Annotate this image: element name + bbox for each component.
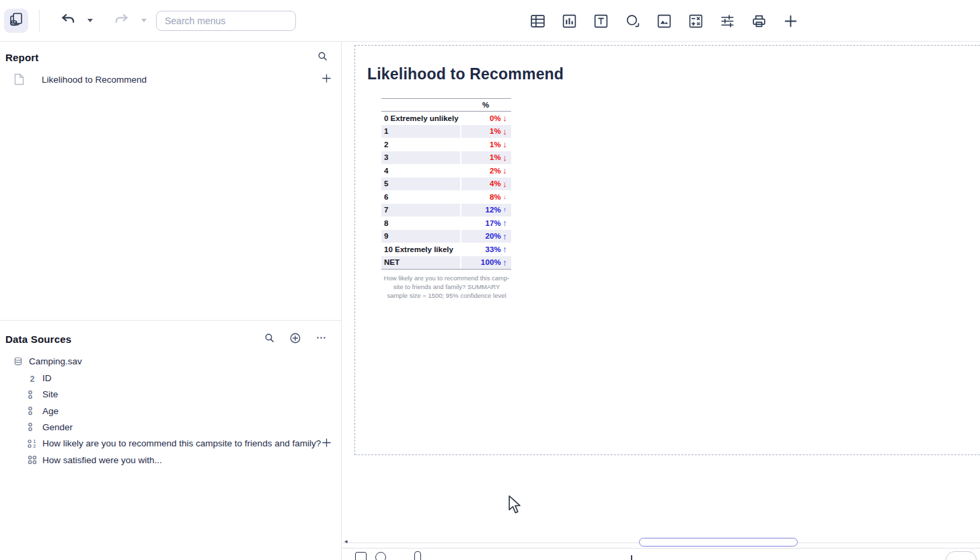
significance-up-arrow-icon: ↑	[501, 231, 508, 241]
add-page-button[interactable]	[319, 71, 334, 88]
shape-button[interactable]	[621, 10, 644, 32]
printer-button[interactable]	[748, 10, 770, 32]
significance-down-arrow-icon: ↓	[501, 139, 508, 149]
report-canvas[interactable]: Likelihood to Recommend % 0 Extremely un…	[342, 42, 980, 560]
table-row: 21%↓	[381, 138, 511, 151]
data-sources-search-button[interactable]	[261, 329, 278, 348]
significance-up-arrow-icon: ↑	[501, 218, 508, 228]
filter-button[interactable]	[716, 10, 739, 32]
page-icon	[14, 73, 24, 85]
variable-item[interactable]: Age	[0, 403, 342, 419]
significance-down-arrow-icon: ↓	[501, 165, 508, 175]
report-panel-header: Report	[0, 48, 342, 66]
redo-menu-button[interactable]	[139, 16, 149, 25]
row-label: 7	[381, 204, 460, 217]
significance-down-arrow-icon: ↓	[501, 126, 508, 136]
multi-variable-icon	[27, 454, 38, 465]
cell-value: 20%	[485, 232, 501, 240]
bottom-bar-pill-button[interactable]	[946, 551, 977, 560]
chart-button[interactable]	[558, 10, 580, 32]
variable-item[interactable]: Site	[0, 386, 342, 403]
bottom-bar-grid-icon[interactable]	[355, 552, 367, 560]
data-sources-panel-title: Data Sources	[5, 333, 71, 345]
svg-text:1: 1	[34, 439, 36, 444]
row-label: NET	[381, 256, 460, 270]
table-icon	[529, 13, 546, 30]
chevron-down-icon	[87, 19, 93, 22]
variable-item[interactable]: Gender	[0, 419, 342, 436]
significance-down-arrow-icon: ↓	[501, 179, 508, 189]
page-title: Likelihood to Recommend	[367, 65, 564, 83]
search-icon	[317, 50, 328, 64]
add-data-source-button[interactable]	[287, 329, 304, 349]
footnote-line: site to friends and family? SUMMARY	[373, 282, 521, 291]
filter-icon	[719, 13, 736, 30]
image-icon	[656, 13, 673, 30]
table-row: 42%↓	[381, 164, 511, 177]
table-row: 817%↑	[381, 216, 511, 230]
cell-value: 4%	[490, 179, 501, 188]
report-panel-title: Report	[5, 52, 39, 63]
cell-value: 0%	[490, 114, 501, 122]
textbox-button[interactable]	[590, 10, 612, 32]
row-label: 2	[381, 138, 460, 151]
row-label: 10 Extremely likely	[381, 243, 460, 256]
bottom-bar-person-icon[interactable]	[414, 551, 421, 560]
chart-icon	[561, 13, 578, 30]
cell-value: 8%	[490, 193, 501, 201]
horizontal-scrollbar-thumb[interactable]	[639, 538, 798, 547]
bottom-bar-circle-icon[interactable]	[375, 552, 386, 560]
report-page-item[interactable]: Likelihood to Recommend	[0, 71, 342, 88]
nominal-variable-icon	[27, 405, 38, 416]
table-row: 11%↓	[381, 125, 511, 138]
add-variable-visualization-button[interactable]	[319, 435, 334, 452]
data-sources-more-button[interactable]	[313, 329, 330, 348]
variable-label: ID	[42, 373, 52, 383]
cell-value: 12%	[485, 206, 501, 214]
chevron-down-icon	[141, 19, 147, 22]
report-page-label: Likelihood to Recommend	[42, 75, 147, 85]
plus-circle-icon	[289, 332, 301, 346]
table-row: 10 Extremely likely33%↑	[381, 243, 511, 256]
plus-icon	[322, 438, 332, 450]
footnote-line: sample size = 1500; 95% confidence level	[373, 291, 521, 300]
bottom-bar-plus-icon[interactable]	[631, 555, 632, 560]
image-button[interactable]	[653, 10, 675, 32]
database-icon	[13, 356, 24, 367]
footnote-line: How likely are you to recommend this cam…	[373, 274, 521, 282]
add-button[interactable]	[780, 10, 802, 32]
panel-divider	[0, 320, 342, 321]
row-label: 8	[381, 216, 460, 230]
variable-item[interactable]: 1 2 How likely are you to recommend this…	[0, 435, 342, 452]
table-footnote: How likely are you to recommend this cam…	[373, 274, 521, 300]
add-icon	[782, 13, 799, 30]
search-menus-input[interactable]	[156, 11, 296, 31]
variable-item[interactable]: How satisfied were you with...	[0, 452, 342, 469]
search-icon	[264, 332, 275, 346]
table-row: 31%↓	[381, 151, 511, 165]
table-button[interactable]	[527, 10, 549, 32]
row-label: 6	[381, 190, 460, 204]
undo-menu-button[interactable]	[85, 16, 96, 25]
cell-value: 1%	[490, 141, 501, 149]
ordinal-variable-icon: 1 2	[27, 438, 38, 449]
cell-value: 1%	[490, 153, 501, 161]
calculation-button[interactable]	[685, 10, 707, 32]
scroll-left-arrow-icon[interactable]: ◂	[344, 538, 348, 545]
printer-icon	[751, 13, 767, 30]
dataset-item[interactable]: Camping.sav	[0, 353, 342, 370]
variable-label: Site	[42, 389, 58, 399]
row-label: 3	[381, 151, 460, 165]
variable-item[interactable]: 2 ID	[0, 370, 342, 387]
toolbar-insert-icons	[527, 0, 802, 42]
numeric-variable-icon: 2	[27, 373, 38, 384]
dataset-label: Camping.sav	[29, 356, 82, 366]
significance-up-arrow-icon: ↑	[501, 257, 508, 268]
report-search-button[interactable]	[314, 48, 331, 67]
nominal-variable-icon	[27, 422, 38, 432]
summary-table[interactable]: % 0 Extremely unlikely0%↓11%↓21%↓31%↓42%…	[381, 98, 511, 270]
undo-button[interactable]	[56, 8, 79, 33]
app-logo-button[interactable]	[4, 9, 28, 33]
svg-text:2: 2	[30, 374, 35, 383]
redo-button[interactable]	[110, 8, 133, 33]
